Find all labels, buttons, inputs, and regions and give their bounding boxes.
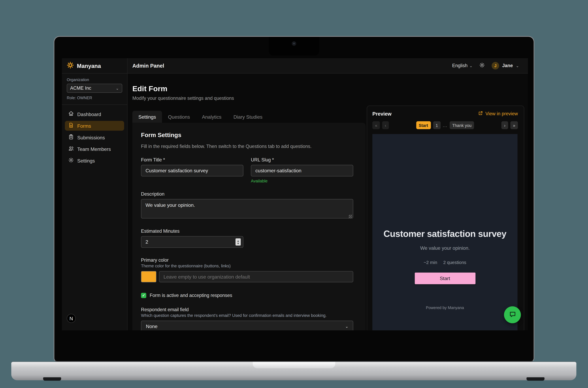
topbar: Admin Panel English ⌄ bbox=[128, 58, 528, 73]
sidebar-item-label: Dashboard bbox=[77, 111, 101, 117]
form-title-input[interactable] bbox=[141, 165, 243, 176]
form-title-label: Form Title * bbox=[141, 157, 243, 163]
organization-section: Organization ACME Inc ⌄ Role: OWNER bbox=[62, 73, 127, 105]
main-area: Admin Panel English ⌄ bbox=[128, 58, 528, 331]
user-name: Jane bbox=[502, 63, 513, 68]
tab-settings[interactable]: Settings bbox=[132, 111, 162, 123]
powered-by: Powered by Manyana bbox=[426, 305, 464, 310]
language-selector[interactable]: English ⌄ bbox=[452, 63, 473, 68]
preview-pagination: « ‹ Start 1 ... Thank you › bbox=[372, 121, 518, 129]
laptop-base bbox=[11, 362, 576, 380]
sidebar-item-submissions[interactable]: Submissions bbox=[65, 132, 124, 142]
nextjs-dev-badge[interactable]: N bbox=[67, 314, 76, 323]
sidebar: Manyana Organization ACME Inc ⌄ Role: OW… bbox=[62, 58, 128, 331]
language-label: English bbox=[452, 63, 467, 68]
sidebar-item-label: Team Members bbox=[77, 146, 111, 152]
view-in-preview-link[interactable]: View in preview bbox=[478, 111, 518, 117]
slug-status: Available bbox=[251, 179, 353, 183]
active-checkbox[interactable]: ✓ bbox=[141, 293, 146, 298]
chevron-down-icon: ⌄ bbox=[516, 64, 519, 68]
home-icon bbox=[68, 111, 74, 118]
sidebar-item-team-members[interactable]: Team Members bbox=[65, 144, 124, 154]
page-prev-button[interactable]: ‹ bbox=[382, 121, 389, 129]
page-thankyou-button[interactable]: Thank you bbox=[450, 121, 474, 129]
content-area: Edit Form Modify your questionnaire sett… bbox=[128, 73, 528, 330]
sidebar-item-settings[interactable]: Settings bbox=[65, 156, 124, 166]
users-icon bbox=[68, 146, 74, 152]
laptop-screen: Manyana Organization ACME Inc ⌄ Role: OW… bbox=[54, 36, 534, 362]
survey-meta: ~2 min 2 questions bbox=[424, 260, 466, 265]
page-subtitle: Modify your questionnaire settings and q… bbox=[132, 96, 366, 101]
sidebar-item-label: Forms bbox=[77, 123, 91, 129]
url-slug-input[interactable] bbox=[251, 165, 353, 176]
active-checkbox-label: Form is active and accepting responses bbox=[150, 293, 232, 298]
respondent-email-block: Respondent email field Which question ca… bbox=[141, 307, 353, 330]
description-block: Description We value your opinion. bbox=[141, 192, 353, 220]
sidebar-item-label: Submissions bbox=[77, 135, 105, 140]
page-1-button[interactable]: 1 bbox=[433, 121, 440, 129]
page-title: Edit Form bbox=[132, 84, 366, 93]
color-swatch[interactable] bbox=[141, 271, 156, 282]
brand-row: Manyana bbox=[62, 58, 127, 73]
view-in-preview-label: View in preview bbox=[485, 111, 518, 116]
form-settings-heading: Form Settings bbox=[141, 132, 353, 139]
primary-color-block: Primary color Theme color for the questi… bbox=[141, 258, 353, 282]
survey-duration: ~2 min bbox=[424, 260, 437, 265]
organization-value: ACME Inc bbox=[70, 86, 91, 91]
pagination-ellipsis: ... bbox=[443, 123, 447, 127]
sidebar-item-label: Settings bbox=[77, 158, 95, 164]
preview-title: Preview bbox=[372, 111, 392, 117]
description-label: Description bbox=[141, 192, 353, 197]
survey-title: Customer satisfaction survey bbox=[383, 229, 506, 239]
edit-form-column: Edit Form Modify your questionnaire sett… bbox=[132, 84, 366, 330]
user-menu[interactable]: J Jane ⌄ bbox=[492, 62, 519, 70]
chat-bubble-icon bbox=[509, 311, 516, 319]
respondent-email-help: Which question captures the respondent's… bbox=[141, 313, 353, 317]
organization-select[interactable]: ACME Inc ⌄ bbox=[67, 84, 122, 93]
laptop-foot bbox=[526, 377, 544, 381]
avatar: J bbox=[492, 62, 499, 70]
number-stepper[interactable]: ▲▼ bbox=[236, 238, 241, 245]
estimated-minutes-block: Estimated Minutes ▲▼ bbox=[141, 229, 353, 248]
camera-notch bbox=[269, 37, 319, 55]
page-first-button[interactable]: « bbox=[372, 121, 380, 129]
primary-color-help: Theme color for the questionnaire (butto… bbox=[141, 264, 353, 268]
survey-subtitle: We value your opinion. bbox=[420, 245, 470, 251]
tab-questions[interactable]: Questions bbox=[162, 111, 196, 123]
form-settings-panel: Form Settings Fill in the required field… bbox=[132, 123, 366, 330]
laptop-lid-notch bbox=[253, 362, 335, 368]
preview-panel: Preview View in preview bbox=[367, 105, 524, 330]
stage: Manyana Organization ACME Inc ⌄ Role: OW… bbox=[0, 0, 588, 388]
sun-logo-icon bbox=[67, 62, 74, 70]
estimated-minutes-label: Estimated Minutes bbox=[141, 229, 353, 234]
survey-question-count: 2 questions bbox=[443, 260, 466, 265]
laptop-foot bbox=[43, 377, 61, 381]
page-last-button[interactable]: » bbox=[510, 121, 518, 129]
external-link-icon bbox=[478, 111, 483, 117]
organization-label: Organization bbox=[67, 77, 122, 82]
page-start-button[interactable]: Start bbox=[416, 121, 431, 129]
estimated-minutes-input[interactable] bbox=[141, 236, 243, 248]
organization-role: Role: OWNER bbox=[67, 95, 122, 100]
title-slug-row: Form Title * URL Slug * Available bbox=[141, 157, 353, 183]
sidebar-nav: Dashboard Forms bbox=[62, 105, 127, 172]
sidebar-item-forms[interactable]: Forms bbox=[65, 121, 124, 131]
chevron-down-icon: ⌄ bbox=[469, 64, 473, 68]
gear-icon bbox=[68, 157, 74, 164]
primary-color-label: Primary color bbox=[141, 258, 353, 263]
survey-start-button[interactable]: Start bbox=[414, 273, 475, 284]
chat-widget-button[interactable] bbox=[504, 306, 521, 323]
chevron-down-icon: ⌄ bbox=[345, 324, 348, 329]
chevron-down-icon: ⌄ bbox=[116, 86, 119, 90]
tab-diary-studies[interactable]: Diary Studies bbox=[227, 111, 268, 123]
clipboard-icon bbox=[68, 134, 74, 141]
respondent-email-select[interactable]: None ⌄ bbox=[141, 320, 353, 330]
theme-toggle-sun-icon[interactable] bbox=[479, 62, 485, 69]
page-next-button[interactable]: › bbox=[501, 121, 508, 129]
respondent-email-label: Respondent email field bbox=[141, 307, 353, 312]
admin-app-window: Manyana Organization ACME Inc ⌄ Role: OW… bbox=[62, 58, 528, 331]
description-textarea[interactable]: We value your opinion. bbox=[141, 199, 353, 218]
tab-analytics[interactable]: Analytics bbox=[196, 111, 228, 123]
color-input[interactable] bbox=[159, 271, 353, 282]
sidebar-item-dashboard[interactable]: Dashboard bbox=[65, 109, 124, 119]
